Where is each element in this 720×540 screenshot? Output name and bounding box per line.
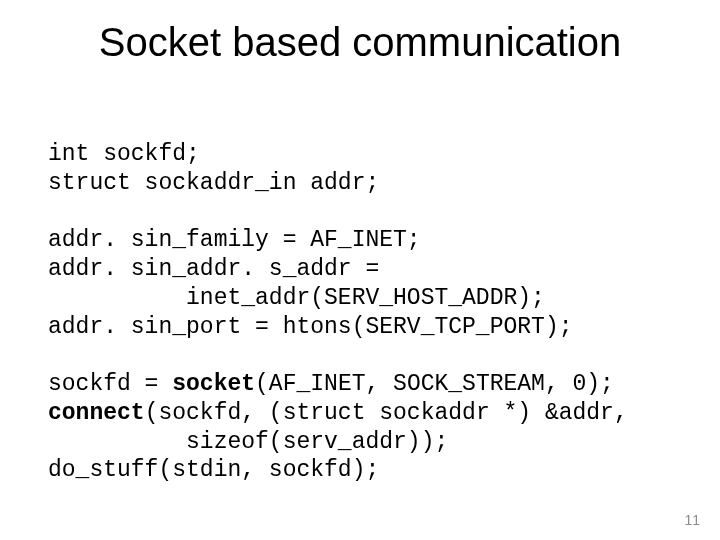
code-line: addr. sin_port = htons(SERV_TCP_PORT); [48, 314, 573, 340]
code-line: addr. sin_addr. s_addr = [48, 256, 379, 282]
code-line: do_stuff(stdin, sockfd); [48, 457, 379, 483]
code-text: sockfd = [48, 371, 172, 397]
slide-title: Socket based communication [0, 20, 720, 65]
code-bold: connect [48, 400, 145, 426]
slide: Socket based communication int sockfd; s… [0, 0, 720, 540]
page-number: 11 [684, 512, 700, 528]
code-line: addr. sin_family = AF_INET; [48, 227, 421, 253]
code-bold: socket [172, 371, 255, 397]
code-line: struct sockaddr_in addr; [48, 170, 379, 196]
code-line: sockfd = socket(AF_INET, SOCK_STREAM, 0)… [48, 371, 614, 397]
code-text: (sockfd, (struct sockaddr *) &addr, [145, 400, 628, 426]
code-line: int sockfd; [48, 141, 200, 167]
code-line: inet_addr(SERV_HOST_ADDR); [48, 285, 545, 311]
code-line: sizeof(serv_addr)); [48, 429, 448, 455]
code-block: int sockfd; struct sockaddr_in addr; add… [48, 140, 672, 485]
code-text: (AF_INET, SOCK_STREAM, 0); [255, 371, 614, 397]
code-line: connect(sockfd, (struct sockaddr *) &add… [48, 400, 628, 426]
